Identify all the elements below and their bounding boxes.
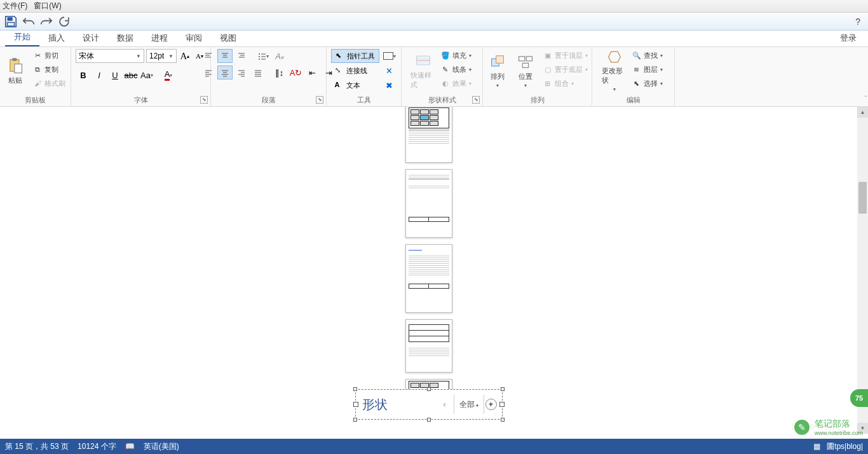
align-justify-button[interactable]	[250, 65, 266, 79]
align-right-button[interactable]	[234, 65, 249, 79]
svg-point-14	[259, 53, 260, 55]
menu-file[interactable]: 文件(F)	[3, 1, 27, 11]
font-dialog-launcher[interactable]: ⬊	[200, 96, 208, 104]
font-size-select[interactable]: 12pt▼	[146, 49, 177, 63]
redo-icon[interactable]	[39, 15, 53, 29]
paragraph-dialog-launcher[interactable]: ⬊	[316, 96, 323, 104]
shapes-add-button[interactable]: +	[485, 399, 497, 410]
decrease-indent-button[interactable]: ⇤	[305, 65, 320, 79]
undo-icon[interactable]	[22, 15, 36, 29]
text-tool-button[interactable]: A文本	[331, 78, 379, 92]
tab-insert[interactable]: 插入	[39, 30, 74, 46]
group-font: 宋体▼ 12pt▼ A▴ A▾ B I U abc Aa▾ A▾ 字体 ⬊	[71, 47, 211, 106]
scroll-up-button[interactable]: ▲	[857, 107, 868, 118]
login-button[interactable]: 登录	[834, 30, 863, 46]
page-thumb[interactable]	[405, 169, 452, 238]
cursor-icon: ⬉	[336, 52, 344, 60]
scroll-thumb[interactable]	[858, 182, 867, 214]
scissors-icon: ✂	[33, 51, 42, 60]
bold-button[interactable]: B	[76, 68, 91, 82]
arrange-group-label: 排列	[487, 94, 588, 106]
layer-button[interactable]: ≋图层▾	[630, 63, 665, 76]
tools-group-label: 工具	[330, 94, 397, 106]
svg-rect-1	[8, 22, 15, 26]
delete-tool-button[interactable]: ✕	[382, 64, 397, 78]
svg-rect-4	[15, 64, 22, 72]
clear-format-button[interactable]: Aᵩ	[272, 49, 287, 63]
save-icon[interactable]	[4, 15, 18, 29]
status-language[interactable]: 英语(美国)	[144, 441, 179, 452]
status-word-count[interactable]: 10124 个字	[78, 441, 116, 452]
shapes-prev-button[interactable]: ‹	[444, 400, 452, 409]
shape-styles-dialog-launcher[interactable]: ⬊	[472, 96, 480, 104]
chevron-down-icon: ▼	[168, 53, 173, 59]
change-shape-button[interactable]: 更改形状▾	[602, 49, 627, 92]
shapes-window-title: 形状	[356, 396, 444, 413]
refresh-icon[interactable]	[57, 15, 71, 29]
bullets-button[interactable]: ▾	[255, 49, 271, 63]
svg-rect-3	[12, 58, 17, 61]
cut-button[interactable]: ✂剪切	[31, 49, 68, 62]
font-color-button[interactable]: A▾	[161, 68, 176, 82]
connection-point-button[interactable]: ✖	[382, 78, 397, 92]
svg-rect-39	[519, 57, 524, 61]
paste-button[interactable]: 粘贴	[3, 49, 28, 92]
font-family-select[interactable]: 宋体▼	[76, 49, 144, 63]
align-center-button[interactable]	[217, 65, 233, 79]
notetribe-url: www.notetribe.com	[815, 430, 863, 436]
align-left-button[interactable]	[201, 65, 216, 79]
shapes-window[interactable]: 形状 ‹ 全部▴ +	[355, 389, 503, 420]
menu-window[interactable]: 窗口(W)	[34, 1, 61, 11]
page-thumb[interactable]	[405, 107, 452, 163]
collapse-ribbon-button[interactable]: ˆ	[865, 95, 867, 102]
italic-button[interactable]: I	[92, 68, 107, 82]
change-case-button[interactable]: Aa▾	[139, 68, 154, 82]
align-top-center-button[interactable]	[217, 49, 233, 63]
connector-tool-button[interactable]: ⤡连接线	[331, 64, 379, 78]
edit-group-label: 编辑	[596, 94, 670, 106]
select-icon: ⬉	[632, 79, 641, 88]
tab-process[interactable]: 进程	[142, 30, 177, 46]
rectangle-tool-button[interactable]: ▾	[382, 49, 397, 63]
status-spellcheck[interactable]: 📖	[125, 442, 135, 451]
position-button[interactable]: 位置▾	[513, 49, 538, 92]
page-thumb[interactable]	[405, 319, 452, 373]
help-button[interactable]: ?	[851, 17, 864, 27]
underline-button[interactable]: U	[107, 68, 123, 82]
fill-button[interactable]: 🪣填充▾	[438, 49, 474, 62]
front-icon: ▣	[543, 51, 552, 60]
shapes-filter-dropdown[interactable]: 全部▴	[456, 399, 482, 410]
status-bar: 第 15 页，共 53 页 10124 个字 📖 英语(美国) ▦ 圃tps|b…	[0, 439, 868, 454]
bring-front-button: ▣置于顶层▾	[541, 49, 590, 62]
group-paragraph: ▾ Aᵩ ‖↕ A↻ ⇤ ⇥ 段落 ⬊	[211, 47, 327, 106]
tab-home[interactable]: 开始	[5, 29, 39, 46]
rotate-text-button[interactable]: A↻	[288, 65, 304, 79]
tab-data[interactable]: 数据	[108, 30, 142, 46]
page-thumb[interactable]	[405, 244, 452, 313]
shape-styles-group-label: 形状样式	[405, 94, 478, 106]
document-canvas[interactable]: 形状 ‹ 全部▴ +	[0, 107, 857, 434]
pointer-tool-button[interactable]: ⬉指针工具	[331, 49, 379, 63]
menubar: 文件(F) 窗口(W)	[0, 0, 868, 13]
effect-button: ◐效果▾	[438, 77, 474, 90]
status-page[interactable]: 第 15 页，共 53 页	[5, 441, 69, 452]
align-top-right-button[interactable]	[234, 49, 249, 63]
x-icon: ✕	[386, 66, 393, 76]
line-button[interactable]: ✎线条▾	[438, 63, 474, 76]
svg-point-15	[259, 56, 260, 57]
select-button[interactable]: ⬉选择▾	[630, 77, 665, 90]
status-view-icon[interactable]: ▦	[813, 442, 820, 451]
tab-view[interactable]: 视图	[211, 30, 245, 46]
copy-button[interactable]: ⧉复制	[31, 63, 68, 76]
find-button[interactable]: 🔍查找▾	[630, 49, 665, 62]
vertical-scrollbar[interactable]: ▲ ▼	[857, 107, 868, 434]
strikethrough-button[interactable]: abc	[123, 68, 139, 82]
line-spacing-button[interactable]: ‖↕	[272, 65, 287, 79]
tab-design[interactable]: 设计	[74, 30, 108, 46]
align-top-left-button[interactable]	[201, 49, 216, 63]
rectangle-icon	[383, 52, 393, 60]
grow-font-button[interactable]: A▴	[179, 49, 191, 63]
arrange-button[interactable]: 排列▾	[485, 49, 510, 92]
svg-rect-41	[522, 63, 528, 67]
tab-review[interactable]: 审阅	[177, 30, 211, 46]
